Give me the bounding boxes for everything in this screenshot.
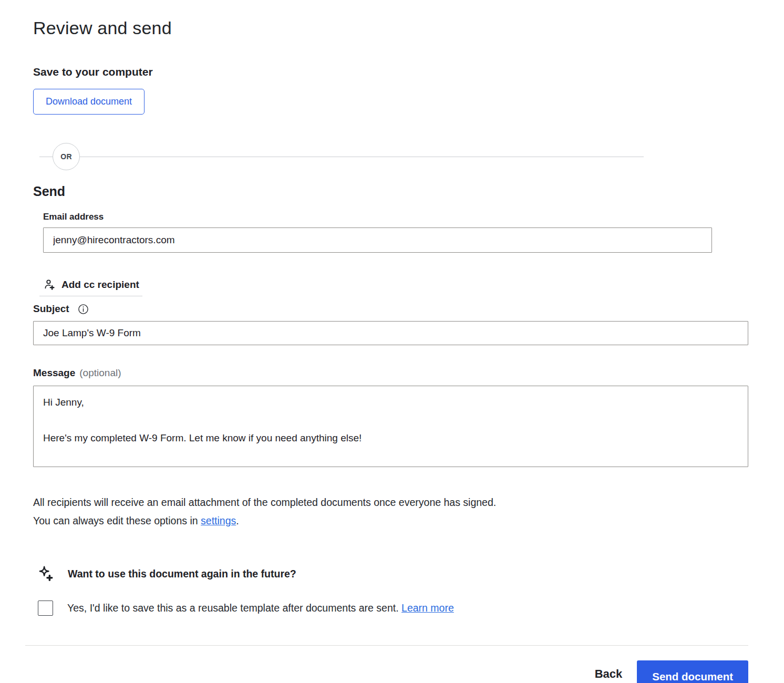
- save-section-heading: Save to your computer: [33, 66, 748, 78]
- message-optional-hint: (optional): [79, 367, 121, 379]
- page-title: Review and send: [33, 18, 748, 38]
- person-plus-icon: [43, 278, 56, 291]
- message-label: Message: [33, 367, 75, 379]
- checkbox-label-text: Yes, I'd like to save this as a reusable…: [67, 602, 401, 614]
- add-cc-recipient-button[interactable]: Add cc recipient: [39, 278, 142, 296]
- save-as-template-checkbox[interactable]: [38, 601, 53, 616]
- template-checkbox-row: Yes, I'd like to save this as a reusable…: [38, 601, 748, 616]
- message-label-row: Message (optional): [33, 367, 748, 379]
- notice-text: All recipients will receive an email att…: [33, 496, 496, 526]
- or-badge: OR: [53, 143, 80, 170]
- email-address-label: Email address: [43, 212, 104, 222]
- subject-label-row: Subject: [33, 303, 748, 315]
- save-section: Save to your computer Download document: [33, 66, 748, 115]
- subject-input[interactable]: [33, 321, 748, 345]
- info-icon[interactable]: [78, 304, 89, 315]
- or-divider: OR: [39, 143, 644, 170]
- back-button[interactable]: Back: [594, 667, 623, 683]
- settings-link[interactable]: settings: [201, 515, 236, 526]
- send-section-heading: Send: [33, 184, 748, 199]
- divider-line: [39, 157, 53, 157]
- email-field-group: Email address Add cc recipient: [43, 212, 748, 296]
- template-heading-row: Want to use this document again in the f…: [37, 565, 748, 583]
- add-cc-recipient-label: Add cc recipient: [61, 279, 139, 291]
- subject-label: Subject: [33, 303, 69, 315]
- divider-line: [80, 157, 644, 157]
- recipients-notice: All recipients will receive an email att…: [33, 493, 506, 530]
- download-document-button[interactable]: Download document: [33, 89, 145, 115]
- footer-divider: [25, 645, 748, 646]
- reusable-template-section: Want to use this document again in the f…: [33, 565, 748, 616]
- send-section: Send Email address Add cc recipient Subj…: [33, 184, 748, 530]
- template-question-heading: Want to use this document again in the f…: [68, 568, 296, 580]
- footer-actions: Back Send document: [33, 660, 748, 683]
- save-as-template-label: Yes, I'd like to save this as a reusable…: [67, 602, 454, 614]
- notice-text-after: .: [236, 515, 239, 526]
- learn-more-link[interactable]: Learn more: [401, 602, 454, 614]
- sparkle-plus-icon: [37, 565, 55, 583]
- email-address-input[interactable]: [43, 227, 712, 253]
- review-and-send-page: Review and send Save to your computer Do…: [0, 0, 784, 683]
- message-textarea[interactable]: Hi Jenny, Here's my completed W-9 Form. …: [33, 386, 748, 467]
- send-document-button[interactable]: Send document: [637, 660, 748, 683]
